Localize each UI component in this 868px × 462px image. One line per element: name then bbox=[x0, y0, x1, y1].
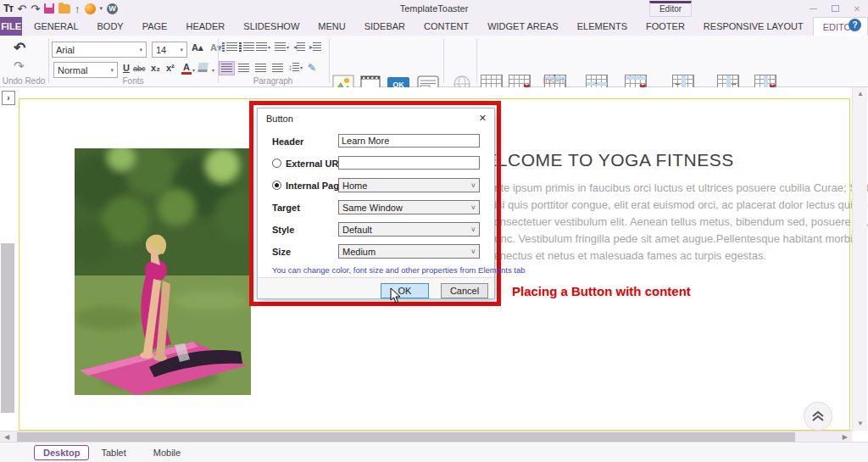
paragraph-line: ante ipsum primis in faucibus orci luctu… bbox=[488, 180, 868, 197]
tab-mobile[interactable]: Mobile bbox=[145, 446, 189, 459]
yoga-photo[interactable] bbox=[75, 148, 251, 395]
page-paragraph: ante ipsum primis in faucibus orci luctu… bbox=[488, 180, 868, 264]
tab-general[interactable]: GENERAL bbox=[25, 17, 88, 36]
header-label: Header bbox=[272, 136, 303, 147]
save-icon[interactable] bbox=[44, 3, 54, 15]
internal-pages-radio[interactable] bbox=[272, 181, 281, 190]
annotation-text: Placing a Button with content bbox=[512, 284, 691, 298]
horizontal-scrollbar[interactable]: ◀ ▶ bbox=[0, 431, 852, 442]
help-icon[interactable]: ? bbox=[849, 19, 861, 31]
size-select[interactable]: Medium bbox=[338, 244, 480, 259]
paragraph-line: nisi quis porttitor congue, elit erat eu… bbox=[488, 197, 868, 214]
font-color-icon[interactable]: A bbox=[181, 62, 192, 75]
tab-body[interactable]: BODY bbox=[88, 17, 133, 36]
size-label: Size bbox=[272, 247, 291, 257]
horizontal-scroll-thumb[interactable] bbox=[17, 432, 795, 442]
outdent-icon[interactable]: ◂ bbox=[293, 42, 305, 52]
scroll-right-icon[interactable]: ▶ bbox=[843, 434, 848, 441]
close-button[interactable]: ✕ bbox=[846, 0, 868, 17]
undo-icon[interactable]: ↶ bbox=[17, 3, 26, 15]
paragraph-line: senectus et netus et malesuada fames ac … bbox=[488, 248, 868, 264]
contextual-tab-editor: Editor bbox=[649, 1, 692, 17]
indent-icon[interactable]: ▸ bbox=[309, 42, 321, 52]
bullet-list-icon[interactable] bbox=[222, 42, 237, 52]
dialog-note: You can change color, font size and othe… bbox=[272, 265, 526, 275]
redo-icon[interactable]: ↷ bbox=[31, 3, 40, 15]
tab-desktop[interactable]: Desktop bbox=[34, 445, 89, 460]
scroll-down-icon[interactable]: ▼ bbox=[857, 420, 864, 427]
shrink-font-icon[interactable]: A▾ bbox=[210, 42, 221, 53]
vertical-scrollbar[interactable]: ▲ ▼ bbox=[852, 87, 867, 431]
tab-footer[interactable]: FOOTER bbox=[637, 17, 694, 36]
increase-indent-icon[interactable]: ▾ bbox=[256, 42, 270, 52]
target-select[interactable]: Same Window bbox=[338, 200, 480, 214]
dialog-title: Button bbox=[266, 114, 293, 124]
scroll-to-top-button[interactable] bbox=[804, 402, 832, 431]
dialog-close-icon[interactable]: ✕ bbox=[479, 113, 487, 124]
group-label-paragraph: Paragraph bbox=[231, 76, 315, 86]
tab-tablet[interactable]: Tablet bbox=[92, 446, 134, 459]
external-url-radio[interactable] bbox=[272, 159, 281, 168]
paragraph-line: consectetuer vestibulum elit. Aenean tel… bbox=[488, 214, 868, 231]
format-painter-icon[interactable]: ✎ bbox=[308, 62, 316, 74]
internal-pages-select[interactable]: Home bbox=[338, 178, 480, 192]
align-center-icon[interactable] bbox=[238, 64, 249, 73]
ok-button[interactable]: OK bbox=[381, 283, 429, 298]
window-title: TemplateToaster bbox=[0, 3, 868, 14]
wordpress-export-icon[interactable]: W bbox=[107, 3, 118, 15]
tab-file[interactable]: FILE bbox=[0, 17, 22, 36]
tab-elements[interactable]: ELEMENTS bbox=[568, 17, 637, 36]
tab-widget-areas[interactable]: WIDGET AREAS bbox=[478, 17, 568, 36]
strikethrough-icon[interactable]: abc bbox=[133, 64, 146, 73]
style-label: Style bbox=[272, 225, 294, 235]
header-input[interactable] bbox=[338, 134, 480, 148]
paragraph-line: nunc. Vestibulum fringilla pede sit amet… bbox=[488, 231, 868, 248]
minimize-button[interactable] bbox=[802, 0, 824, 17]
subscript-icon[interactable]: x₂ bbox=[151, 63, 160, 73]
app-logo-icon: Tᴛ bbox=[3, 3, 13, 15]
group-label-fonts: Fonts bbox=[91, 76, 175, 86]
align-right-icon[interactable] bbox=[255, 64, 266, 73]
font-color-dropdown-icon[interactable]: ▾ bbox=[192, 67, 195, 73]
external-url-input[interactable] bbox=[338, 156, 480, 170]
undo-button[interactable]: ↶ bbox=[14, 41, 25, 55]
ribbon-tab-bar: FILE GENERAL BODY PAGE HEADER SLIDESHOW … bbox=[0, 17, 868, 36]
tab-sidebar[interactable]: SIDEBAR bbox=[355, 17, 415, 36]
cancel-button[interactable]: Cancel bbox=[441, 283, 488, 298]
justify-icon[interactable] bbox=[272, 64, 283, 73]
align-left-icon[interactable] bbox=[220, 62, 234, 75]
maximize-button[interactable] bbox=[824, 0, 846, 17]
shading-icon[interactable] bbox=[198, 63, 208, 72]
titlebar: Tᴛ ↶ ↷ ↑ ▾ W TemplateToaster ✕ Editor bbox=[0, 0, 868, 17]
mouse-cursor bbox=[390, 287, 401, 303]
decrease-indent-icon[interactable]: ▾ bbox=[275, 42, 289, 52]
superscript-icon[interactable]: x² bbox=[166, 63, 175, 73]
tab-menu[interactable]: MENU bbox=[309, 17, 354, 36]
tab-header[interactable]: HEADER bbox=[176, 17, 234, 36]
tab-content[interactable]: CONTENT bbox=[415, 17, 478, 36]
vertical-scroll-thumb[interactable] bbox=[1, 243, 14, 413]
scroll-left-icon[interactable]: ◀ bbox=[4, 434, 9, 441]
panel-expander-button[interactable]: › bbox=[2, 91, 15, 105]
group-label-insert: Insert bbox=[534, 76, 573, 86]
ribbon: ↶ ↷ Undo Redo Arial 14 A▴ A▾ Normal U ab… bbox=[0, 36, 868, 87]
style-select[interactable]: Default bbox=[338, 222, 480, 237]
grow-font-icon[interactable]: A▴ bbox=[192, 42, 203, 53]
tab-responsive-layout[interactable]: RESPONSIVE LAYOUT bbox=[694, 17, 813, 36]
page-heading: WELCOME TO YOGA FITNESS bbox=[468, 150, 734, 170]
tab-slideshow[interactable]: SLIDESHOW bbox=[234, 17, 309, 36]
browser-dropdown-icon[interactable]: ▾ bbox=[100, 3, 103, 15]
tab-page[interactable]: PAGE bbox=[133, 17, 177, 36]
font-family-select[interactable]: Arial bbox=[52, 42, 147, 58]
firefox-preview-icon[interactable] bbox=[85, 3, 96, 15]
redo-button[interactable]: ↷ bbox=[14, 59, 25, 72]
numbered-list-icon[interactable] bbox=[239, 42, 254, 52]
line-spacing-icon[interactable]: ↕▾ bbox=[288, 63, 303, 72]
font-size-select[interactable]: 14 bbox=[152, 42, 187, 58]
shading-dropdown-icon[interactable]: ▾ bbox=[212, 67, 214, 73]
upload-icon[interactable]: ↑ bbox=[75, 3, 81, 15]
open-folder-icon[interactable] bbox=[58, 3, 70, 15]
scroll-up-icon[interactable]: ▲ bbox=[857, 91, 864, 97]
underline-icon[interactable]: U bbox=[123, 63, 130, 73]
dialog-footer: OK Cancel bbox=[258, 277, 494, 298]
